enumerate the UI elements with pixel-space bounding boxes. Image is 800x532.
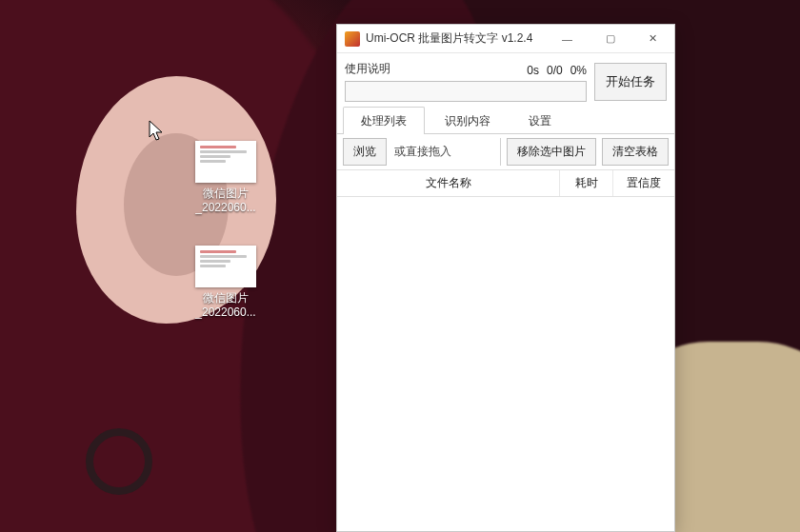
table-header: 文件名称 耗时 置信度 [337, 170, 674, 197]
drag-drop-zone[interactable]: 或直接拖入 [387, 134, 500, 169]
window-maximize-button[interactable]: ▢ [589, 25, 631, 52]
window-title: Umi-OCR 批量图片转文字 v1.2.4 [366, 30, 546, 47]
file-table: 文件名称 耗时 置信度 [337, 170, 674, 531]
column-header-filename[interactable]: 文件名称 [337, 170, 560, 196]
desktop[interactable]: 微信图片 _2022060... 微信图片 _2022060... Umi-OC… [0, 0, 800, 532]
column-header-confidence[interactable]: 置信度 [613, 170, 674, 196]
column-header-time[interactable]: 耗时 [560, 170, 613, 196]
instructions-link[interactable]: 使用说明 [345, 61, 390, 77]
desktop-file-icon[interactable]: 微信图片 _2022060... [183, 141, 269, 215]
desktop-file-label: 微信图片 _2022060... [183, 291, 269, 320]
wallpaper-shape [86, 428, 152, 495]
separator [500, 138, 501, 166]
elapsed-time: 0s [527, 64, 539, 77]
image-thumbnail [195, 141, 256, 183]
table-body[interactable] [337, 197, 674, 531]
tab-processing-queue[interactable]: 处理列表 [343, 107, 425, 134]
image-thumbnail [195, 246, 256, 287]
desktop-file-icon[interactable]: 微信图片 _2022060... [183, 246, 269, 320]
top-toolbar: 使用说明 0s 0/0 0% 开始任务 [337, 53, 674, 106]
start-task-button[interactable]: 开始任务 [594, 63, 667, 101]
tab-recognized-content[interactable]: 识别内容 [427, 107, 509, 134]
progress-bar [345, 81, 587, 102]
progress-percent: 0% [570, 64, 587, 77]
remove-selected-button[interactable]: 移除选中图片 [507, 138, 596, 166]
progress-count: 0/0 [547, 64, 563, 77]
app-window: Umi-OCR 批量图片转文字 v1.2.4 — ▢ ✕ 使用说明 0s 0/0… [336, 24, 675, 532]
titlebar[interactable]: Umi-OCR 批量图片转文字 v1.2.4 — ▢ ✕ [337, 25, 674, 53]
window-close-button[interactable]: ✕ [631, 25, 674, 52]
progress-stats: 0s 0/0 0% [527, 62, 587, 77]
action-row: 浏览 或直接拖入 移除选中图片 清空表格 [337, 134, 674, 170]
clear-table-button[interactable]: 清空表格 [602, 138, 669, 166]
browse-button[interactable]: 浏览 [343, 138, 387, 166]
app-icon [345, 31, 360, 47]
desktop-file-label: 微信图片 _2022060... [183, 187, 269, 215]
tab-bar: 处理列表 识别内容 设置 [337, 106, 674, 134]
window-minimize-button[interactable]: — [546, 25, 589, 52]
tab-settings[interactable]: 设置 [510, 107, 570, 134]
